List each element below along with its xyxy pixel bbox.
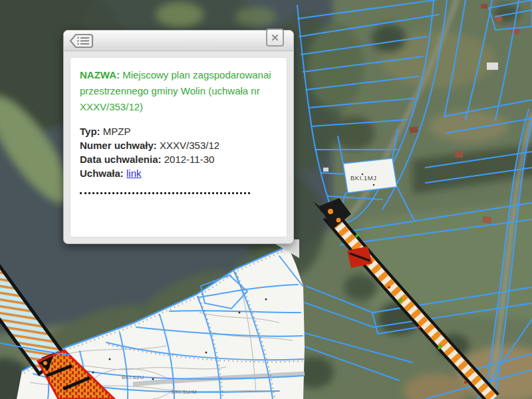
field-row-data: Data uchwalenia: 2012-11-30 [80,152,277,166]
field-row-numer: Numer uchwały: XXXV/353/12 [80,138,277,152]
popup-body: NAZWA: Miejscowy plan zagspodarowanai pr… [70,57,287,237]
field-value: MPZP [103,126,131,137]
results-list-button[interactable] [69,33,94,49]
list-icon [69,33,94,49]
field-label: Typ: [80,126,100,137]
map-info-popup: ✕ NAZWA: Miejscowy plan zagspodarowanai … [63,30,294,244]
plan-name: NAZWA: Miejscowy plan zagspodarowanai pr… [80,67,277,115]
field-row-uchwala: Uchwała: link [80,166,277,180]
plan-name-label: NAZWA: [80,69,120,80]
plan-label: BKI.1MJ [350,174,376,182]
field-row-typ: Typ: MPZP [80,124,277,138]
close-icon: ✕ [271,32,279,43]
plan-label: BKI.6ZU [122,374,144,380]
field-label: Data uchwalenia: [80,154,162,165]
popup-header: ✕ [64,31,293,51]
field-label: Uchwała: [80,168,124,179]
map-application: BKI.6ZU BKI.5U/M BKI.1MJ [0,0,532,399]
uchwala-link[interactable]: link [126,168,142,179]
field-label: Numer uchwały: [80,140,157,151]
plan-label: BKI.5U/M [172,389,197,395]
dotted-divider [80,190,250,194]
field-value: 2012-11-30 [164,154,215,165]
close-button[interactable]: ✕ [266,29,284,47]
field-value: XXXV/353/12 [160,140,219,151]
